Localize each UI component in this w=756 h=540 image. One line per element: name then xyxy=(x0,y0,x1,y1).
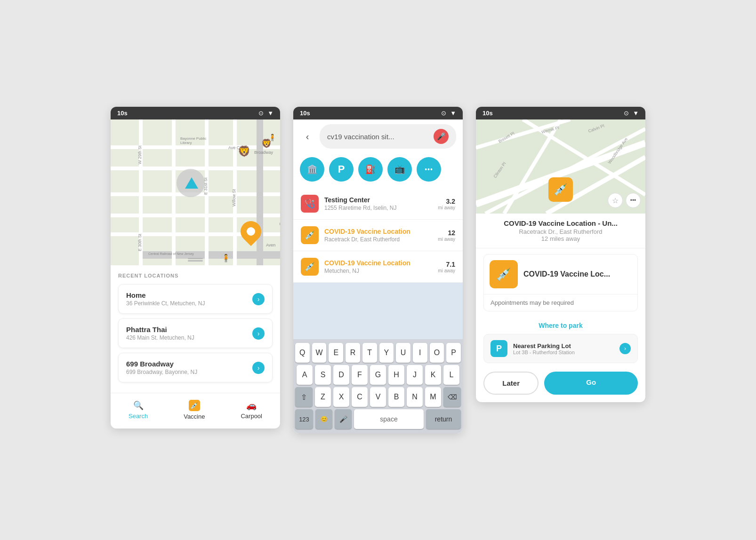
key-123[interactable]: 123 xyxy=(295,409,313,429)
nav-search-label: Search xyxy=(129,413,148,420)
key-o[interactable]: O xyxy=(430,343,444,363)
key-mic[interactable]: 🎤 xyxy=(335,409,352,429)
back-button[interactable]: ‹ xyxy=(300,129,315,144)
filter-gas[interactable]: ⛽ xyxy=(358,157,383,182)
parking-card[interactable]: P Nearest Parking Lot Lot 3B - Rutherfor… xyxy=(483,334,638,363)
label-railroad: Central Railroad of New Jersey xyxy=(148,252,194,255)
key-shift[interactable]: ⇧ xyxy=(295,387,313,407)
filter-parking-p[interactable]: P xyxy=(329,157,354,182)
key-g[interactable]: G xyxy=(370,365,386,385)
mic-button[interactable]: 🎤 xyxy=(434,129,449,144)
recent-title: RECENT LOCATIONS xyxy=(118,273,273,278)
key-t[interactable]: T xyxy=(362,343,377,363)
status-icons-1: ⊙ ▼ xyxy=(258,110,273,117)
chevron-thai[interactable]: › xyxy=(252,327,265,340)
wifi-icon-2: ▼ xyxy=(450,110,456,117)
key-c[interactable]: C xyxy=(352,387,368,407)
key-f[interactable]: F xyxy=(352,365,368,385)
empty-space xyxy=(293,283,463,339)
go-button[interactable]: Go xyxy=(544,372,638,395)
map-canvas-1: Bayonne PublicLibrary W 29th St Broadway… xyxy=(111,119,280,265)
key-j[interactable]: J xyxy=(407,365,423,385)
medical-icon: 🩺 xyxy=(305,199,315,209)
key-a[interactable]: A xyxy=(297,365,313,385)
chevron-home[interactable]: › xyxy=(252,293,265,305)
search-header: ‹ cv19 vaccination sit... 🎤 xyxy=(293,119,463,153)
later-button[interactable]: Later xyxy=(483,372,539,395)
key-s[interactable]: S xyxy=(315,365,331,385)
drag-bar-1 xyxy=(188,258,203,259)
key-l[interactable]: L xyxy=(443,365,459,385)
star-button[interactable]: ☆ xyxy=(608,193,623,208)
detail-appt-note: Appointments may be required xyxy=(484,294,637,311)
drag-bar-2 xyxy=(188,260,203,262)
key-x[interactable]: X xyxy=(333,387,349,407)
key-row-4: 123 😊 🎤 space return xyxy=(295,409,461,429)
key-r[interactable]: R xyxy=(346,343,360,363)
result-dist-unit-3: mi away xyxy=(438,268,455,273)
key-backspace[interactable]: ⌫ xyxy=(443,387,461,407)
bottom-nav-1: 🔍 Search 💉 Vaccine 🚗 Carpool xyxy=(111,393,280,429)
label-aven: Aven xyxy=(266,243,275,247)
detail-card-name: COVID-19 Vaccine Loc... xyxy=(523,270,610,278)
nav-carpool[interactable]: 🚗 Carpool xyxy=(241,400,262,420)
result-addr-3: Metuchen, NJ xyxy=(324,268,432,274)
search-input-box[interactable]: cv19 vaccination sit... 🎤 xyxy=(320,124,456,149)
result-name-3: COVID-19 Vaccine Location xyxy=(324,259,432,267)
road-h4 xyxy=(111,214,280,217)
detail-map: Bissett Pl Wernik Pl Calvin Pl Clinton P… xyxy=(476,119,645,214)
map-action-buttons: ☆ ••• xyxy=(608,193,641,208)
key-b[interactable]: B xyxy=(388,387,404,407)
filter-more[interactable]: ••• xyxy=(417,157,441,182)
screen3: 10s ⊙ ▼ xyxy=(476,107,645,402)
drag-handle[interactable] xyxy=(188,258,203,262)
key-i[interactable]: I xyxy=(413,343,427,363)
result-dist-2: 12 mi away xyxy=(438,229,455,242)
key-e[interactable]: E xyxy=(329,343,343,363)
nav-vaccine-label: Vaccine xyxy=(184,413,205,420)
key-k[interactable]: K xyxy=(425,365,441,385)
key-space[interactable]: space xyxy=(354,409,424,429)
nav-vaccine[interactable]: 💉 Vaccine xyxy=(184,400,205,420)
location-name-699: 699 Broadway xyxy=(126,360,197,368)
parking-chevron[interactable]: › xyxy=(619,343,631,354)
result-item-3[interactable]: 💉 COVID-19 Vaccine Location Metuchen, NJ… xyxy=(293,251,463,283)
parking-icon: P xyxy=(491,340,507,357)
location-card-home[interactable]: Home 36 Periwinkle Ct, Metuchen, NJ › xyxy=(118,284,273,314)
search-input-text: cv19 vaccination sit... xyxy=(327,133,434,141)
vaccine-icon-2: 💉 xyxy=(305,230,315,240)
key-p[interactable]: P xyxy=(446,343,461,363)
key-y[interactable]: Y xyxy=(379,343,394,363)
more-button[interactable]: ••• xyxy=(626,193,641,208)
label-willow: Willow St xyxy=(232,189,236,206)
chevron-699[interactable]: › xyxy=(252,362,265,374)
label-bayonne: Bayonne PublicLibrary xyxy=(180,136,207,145)
filter-food[interactable]: 📺 xyxy=(387,157,412,182)
key-emoji[interactable]: 😊 xyxy=(315,409,332,429)
svg-text:Calvin Pl: Calvin Pl xyxy=(587,123,605,134)
map-area-1[interactable]: Bayonne PublicLibrary W 29th St Broadway… xyxy=(111,119,280,265)
key-v[interactable]: V xyxy=(370,387,386,407)
key-m[interactable]: M xyxy=(425,387,441,407)
key-q[interactable]: Q xyxy=(295,343,310,363)
key-u[interactable]: U xyxy=(396,343,410,363)
key-n[interactable]: N xyxy=(407,387,423,407)
key-return[interactable]: return xyxy=(426,409,461,429)
result-name-2: COVID-19 Vaccine Location xyxy=(324,228,432,235)
key-w[interactable]: W xyxy=(312,343,327,363)
key-d[interactable]: D xyxy=(333,365,349,385)
location-card-699[interactable]: 699 Broadway 699 Broadway, Bayonne, NJ › xyxy=(118,353,273,382)
location-card-thai[interactable]: Phattra Thai 426 Main St. Metuchen, NJ › xyxy=(118,318,273,348)
label-e30: E 30th St xyxy=(137,234,142,251)
nav-search[interactable]: 🔍 Search xyxy=(129,400,148,420)
detail-map-canvas: Bissett Pl Wernik Pl Calvin Pl Clinton P… xyxy=(476,119,645,214)
nav-arrow-inner xyxy=(185,177,198,189)
result-item-1[interactable]: 🩺 Testing Center 1255 Raretime Rd, Iseli… xyxy=(293,188,463,220)
emoji-person-2: 🧍 xyxy=(221,254,231,262)
result-item-2[interactable]: 💉 COVID-19 Vaccine Location Racetrack Dr… xyxy=(293,220,463,251)
key-z[interactable]: Z xyxy=(315,387,331,407)
filter-parking[interactable]: 🏛️ xyxy=(300,157,324,182)
recent-section: RECENT LOCATIONS Home 36 Periwinkle Ct, … xyxy=(111,265,280,391)
key-h[interactable]: H xyxy=(388,365,404,385)
nav-arrow xyxy=(177,169,205,197)
